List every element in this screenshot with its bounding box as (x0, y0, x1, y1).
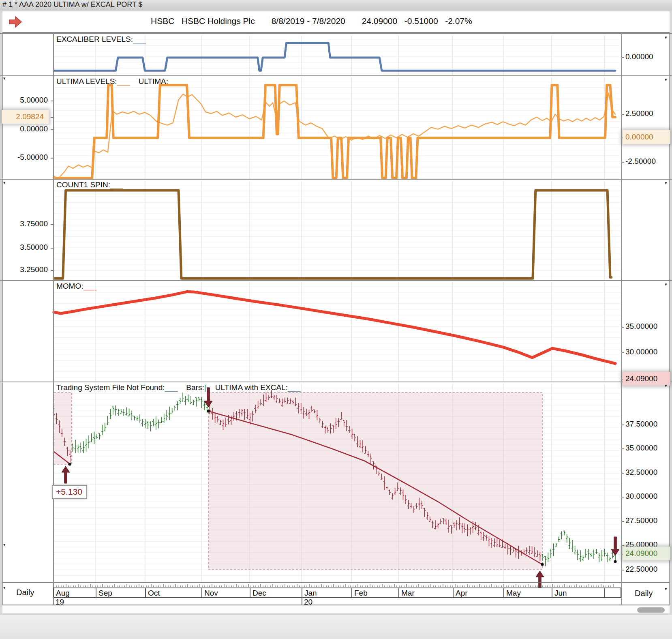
axis-tick-label: 30.00000 (625, 347, 657, 356)
pane-label-part: COUNT1 SPIN: (56, 180, 110, 189)
pane-collapse-icon[interactable]: ▾ (665, 181, 667, 185)
horizontal-scrollbar-thumb[interactable] (637, 607, 665, 613)
pane-label-excaliber: EXCALIBER LEVELS:___ (56, 35, 146, 44)
quote-line: HSBC HSBC Holdings Plc 8/8/2019 - 7/8/20… (151, 16, 472, 26)
month-label: Mar (401, 589, 415, 598)
pane-price-canvas[interactable] (0, 382, 672, 583)
pane-label-part: ___ (110, 180, 123, 189)
axis-tick-label: 30.00000 (625, 492, 657, 501)
pane-label-part (130, 77, 138, 86)
trade-marker-dot (614, 560, 616, 563)
bottom-toolbar (0, 615, 672, 639)
year-label: 20 (304, 598, 312, 607)
spacer4 (397, 16, 404, 26)
pane-momo-canvas[interactable] (0, 281, 672, 382)
momo-line (54, 292, 615, 363)
pane-collapse-icon[interactable]: ▾ (665, 587, 667, 591)
alert-arrow-icon[interactable] (8, 15, 23, 28)
pane-collapse-icon[interactable]: ▾ (665, 35, 667, 40)
pane-collapse-icon[interactable]: ▾ (3, 543, 6, 547)
profit-label: +5.130 (52, 485, 87, 499)
pane-label-part: ___ (168, 77, 181, 86)
month-label: Oct (148, 589, 160, 598)
pane-collapse-icon[interactable]: ▾ (665, 384, 667, 388)
month-row-bottom-border (53, 597, 621, 598)
spacer1 (174, 16, 182, 26)
company-name: HSBC Holdings Plc (182, 16, 255, 26)
axis-tick-label: -2.50000 (625, 157, 656, 166)
pane-label-part: ULTIMA LEVELS: (56, 77, 117, 86)
pane-label-part (209, 383, 215, 392)
axis-value-chip: 2.09824 (2, 110, 49, 124)
pane-collapse-icon[interactable]: ▾ (3, 76, 6, 81)
timeframe-selector-left[interactable]: Daily (16, 588, 34, 597)
change-percent: -2.07% (445, 16, 472, 26)
left-gutter-border (53, 33, 54, 605)
axis-tick-label: 0.00000 (20, 124, 48, 133)
axis-tick-label: 3.50000 (20, 243, 48, 252)
month-cell-end (621, 588, 621, 597)
year-label: 19 (56, 598, 64, 607)
pane-label-part (178, 383, 186, 392)
trade-marker-dot (68, 463, 71, 465)
year-divider (302, 597, 302, 605)
axis-tick-label: -5.00000 (17, 153, 48, 162)
pane-label-part: Bars: (186, 383, 204, 392)
pane-collapse-icon[interactable]: ▾ (665, 77, 667, 82)
axis-tick-label: 35.00000 (625, 444, 657, 452)
pane-count1-spin-canvas[interactable] (0, 180, 672, 281)
pane-collapse-icon[interactable]: ▾ (3, 585, 6, 590)
pane-label-part: Trading System File Not Found: (56, 383, 165, 392)
pane-collapse-icon[interactable]: ▾ (3, 180, 6, 185)
pane-label-momo: MOMO:___ (56, 282, 96, 291)
axis-tick-label: 3.75000 (20, 219, 48, 228)
month-label: Nov (204, 589, 218, 598)
change-value: -0.51000 (404, 16, 438, 26)
month-label: Jun (554, 589, 567, 598)
pane-label-ultima: ULTIMA LEVELS:___ ULTIMA:___ (56, 77, 181, 86)
axis-tick-label: 32.50000 (625, 468, 657, 477)
month-label: May (506, 589, 521, 598)
spacer2 (255, 16, 272, 26)
axis-tick-label: 0.00000 (625, 52, 653, 61)
date-range: 8/8/2019 - 7/8/2020 (272, 16, 345, 26)
axis-value-chip: 0.00000 (623, 130, 670, 144)
app-window: # 1 * AAA 2020 ULTIMA w/ EXCAL PORT $ HS… (0, 0, 672, 639)
axis-value-chip: 24.09000 (623, 372, 670, 386)
month-label: Feb (354, 589, 368, 598)
axis-tick-label: 22.50000 (625, 565, 657, 574)
axis-tick-label: 35.00000 (625, 322, 657, 331)
horizontal-scrollbar-track[interactable] (2, 606, 670, 614)
pane-momo[interactable] (0, 280, 672, 382)
month-cell (604, 588, 621, 597)
pane-count1-spin[interactable] (0, 179, 672, 280)
pane-label-part: EXCALIBER LEVELS: (56, 35, 133, 43)
pane-label-part: ___ (83, 282, 96, 290)
timeframe-selector-right[interactable]: Daily (635, 589, 653, 598)
pane-label-part: MOMO: (56, 282, 83, 290)
pane-price[interactable] (0, 382, 672, 582)
month-label: Aug (56, 589, 70, 598)
count1-spin (54, 191, 611, 279)
pane-label-part: ULTIMA with EXCAL: (215, 383, 288, 392)
pane-ultima[interactable] (0, 75, 672, 179)
ultima-oscillator (54, 93, 615, 178)
pane-label-part: ___ (133, 35, 146, 43)
spacer3 (345, 16, 362, 26)
axis-tick-label: 37.50000 (625, 420, 657, 429)
month-label: Sep (98, 589, 112, 598)
pane-label-price: Trading System File Not Found:___ Bars:|… (56, 383, 301, 392)
axis-tick-label: 27.50000 (625, 516, 657, 525)
pane-ultima-canvas[interactable] (0, 76, 672, 180)
pane-label-part: ULTIMA: (138, 77, 168, 86)
axis-value-chip: 24.09000 (623, 547, 670, 560)
trade-entry-up-arrow (62, 466, 70, 483)
axis-tick-label: 2.50000 (625, 109, 653, 118)
pane-collapse-icon[interactable]: ▾ (665, 282, 667, 287)
trade-zone-box (208, 392, 542, 569)
symbol: HSBC (151, 16, 174, 26)
pane-label-part: ___ (117, 77, 130, 86)
right-gutter-border (621, 33, 622, 605)
pane-label-part: ___ (165, 383, 178, 392)
last-price: 24.09000 (362, 16, 398, 26)
